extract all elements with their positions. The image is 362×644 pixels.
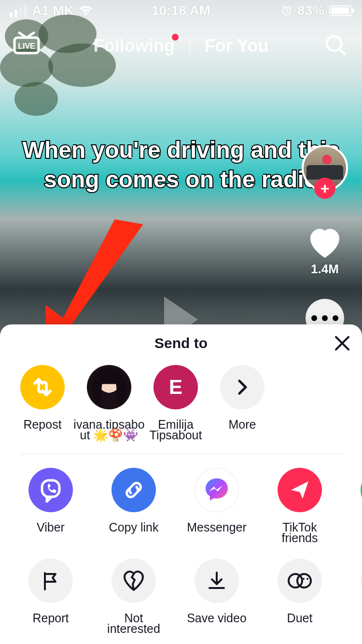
right-action-rail: + 1.4M [298,145,351,337]
svg-text:LIVE: LIVE [18,42,35,50]
item-label: Viber [37,520,65,534]
item-label: Report [32,611,69,625]
action-duet[interactable]: Duet [268,559,331,636]
creator-avatar[interactable]: + [302,145,348,191]
item-sublabel: interested [107,621,160,636]
avatar-letter-icon: E [153,365,198,409]
send-contact-emilija[interactable]: E Emilija Tipsabout [153,365,199,442]
battery-pct: 83% [297,3,324,18]
action-report[interactable]: Report [19,559,82,636]
action-not-interested[interactable]: Not interested [102,559,165,636]
chevron-right-icon [220,365,265,409]
tab-separator [189,39,190,53]
share-apps-row: Viber Copy link Messenger TikTok friends [0,454,362,545]
live-button[interactable]: LIVE [13,31,41,55]
item-label: Duet [287,611,313,625]
notification-dot-icon [172,34,179,41]
item-sublabel: ut 🌟🍄👾 [73,428,144,442]
svg-point-9 [306,578,308,580]
share-tiktok-friends[interactable]: TikTok friends [268,468,331,545]
close-button[interactable] [334,335,350,351]
messenger-icon [195,468,239,512]
item-label: More [229,417,256,432]
status-bar: A1 MK 10:18 AM 83% [0,0,362,21]
send-icon [278,468,322,512]
share-messenger[interactable]: Messenger [185,468,248,545]
actions-row: Report Not interested Save video Duet [0,545,362,636]
item-sublabel: Tipsabout [150,428,202,442]
action-stitch[interactable]: Stitch [351,559,362,636]
svg-rect-5 [42,480,59,497]
share-copy-link[interactable]: Copy link [102,468,165,545]
item-label: Copy link [109,520,159,534]
tab-following[interactable]: Following [94,36,175,56]
clock: 10:18 AM [152,3,210,18]
carrier-label: A1 MK [32,3,74,18]
item-label: Messenger [187,520,247,534]
follow-plus-icon[interactable]: + [314,178,335,199]
flag-icon [28,559,73,603]
send-contact-ivana[interactable]: ivana.tipsabo ut 🌟🍄👾 [86,365,132,442]
share-sms[interactable]: SMS [351,468,362,545]
broken-heart-icon [111,559,156,603]
tab-for-you[interactable]: For You [205,36,269,56]
top-nav: LIVE Following For You [0,24,362,68]
wifi-icon [79,5,93,16]
link-icon [111,468,156,512]
search-button[interactable] [323,33,348,57]
send-to-row: Repost ivana.tipsabo ut 🌟🍄👾 E Emilija Ti… [0,351,362,442]
like-count: 1.4M [311,262,339,277]
repost-button[interactable]: Repost [19,365,66,442]
sheet-title: Send to [0,335,362,351]
svg-point-7 [297,574,311,588]
item-sublabel: friends [281,531,318,545]
more-contacts-button[interactable]: More [219,365,265,442]
repost-icon [20,365,65,409]
alarm-icon [281,5,292,16]
like-button[interactable] [308,228,342,259]
share-viber[interactable]: Viber [19,468,82,545]
signal-icon [10,4,27,17]
svg-point-8 [303,578,305,580]
battery-icon [329,5,352,16]
avatar-icon [87,365,131,409]
download-icon [195,559,239,603]
action-save-video[interactable]: Save video [185,559,248,636]
viber-icon [28,468,73,512]
item-label: Repost [23,417,61,432]
share-sheet: Send to Repost ivana.tipsabo ut 🌟🍄👾 E Em… [0,324,362,644]
tab-following-label: Following [94,36,175,56]
duet-icon [278,559,322,603]
item-label: Save video [187,611,247,625]
